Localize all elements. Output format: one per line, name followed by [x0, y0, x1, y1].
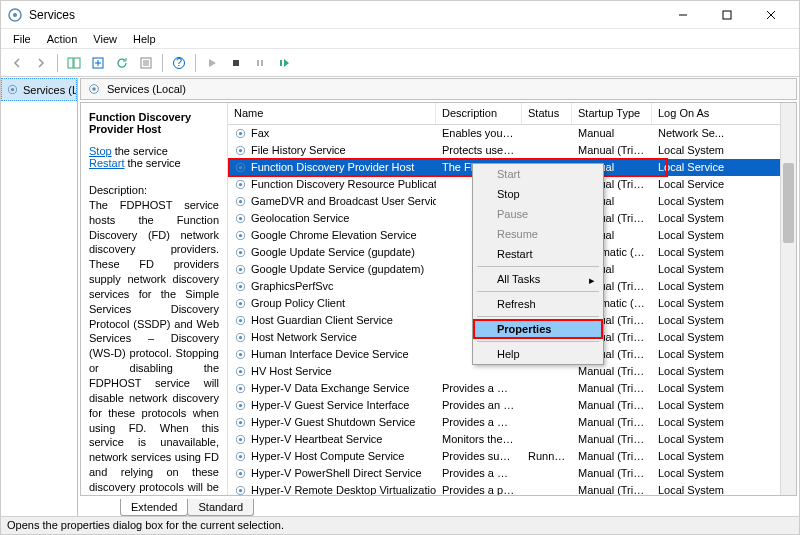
- service-description: Provides a platf...: [436, 482, 522, 495]
- tab-extended[interactable]: Extended: [120, 499, 188, 516]
- refresh-button[interactable]: [111, 52, 133, 74]
- service-description: Provides a mec...: [436, 465, 522, 482]
- ctx-start[interactable]: Start: [473, 164, 603, 184]
- ctx-refresh[interactable]: Refresh: [473, 294, 603, 314]
- service-logon: Local System: [652, 210, 796, 227]
- back-button[interactable]: [6, 52, 28, 74]
- menu-action[interactable]: Action: [39, 31, 86, 47]
- show-hide-tree-button[interactable]: [63, 52, 85, 74]
- svg-rect-7: [74, 58, 80, 68]
- service-description: Provides an int...: [436, 397, 522, 414]
- service-logon: Local System: [652, 142, 796, 159]
- col-header-description[interactable]: Description: [436, 103, 522, 124]
- ctx-pause[interactable]: Pause: [473, 204, 603, 224]
- table-row[interactable]: FaxEnables you to ...ManualNetwork Se...: [228, 125, 796, 142]
- svg-point-50: [239, 336, 242, 339]
- service-logon: Local System: [652, 346, 796, 363]
- col-header-name[interactable]: Name: [228, 103, 436, 124]
- ctx-resume[interactable]: Resume: [473, 224, 603, 244]
- service-status: Running: [522, 448, 572, 465]
- gear-icon: [234, 484, 247, 495]
- service-status: [522, 380, 572, 397]
- tree-node-services-local[interactable]: Services (Local: [1, 78, 77, 101]
- gear-icon: [234, 314, 247, 327]
- service-startup: Manual (Trigg...: [572, 414, 652, 431]
- col-header-logon[interactable]: Log On As: [652, 103, 796, 124]
- service-logon: Local System: [652, 448, 796, 465]
- description-label: Description:: [89, 183, 219, 198]
- toolbar-separator: [195, 54, 196, 72]
- help-button[interactable]: ?: [168, 52, 190, 74]
- pause-service-button[interactable]: [249, 52, 271, 74]
- minimize-button[interactable]: [661, 1, 705, 29]
- svg-point-44: [239, 285, 242, 288]
- stop-service-link[interactable]: Stop: [89, 145, 112, 157]
- gear-icon: [234, 348, 247, 361]
- col-header-startup[interactable]: Startup Type: [572, 103, 652, 124]
- stop-service-button[interactable]: [225, 52, 247, 74]
- svg-rect-6: [68, 58, 73, 68]
- service-name: HV Host Service: [251, 363, 332, 380]
- svg-rect-3: [723, 11, 731, 19]
- table-row[interactable]: Hyper-V Remote Desktop Virtualization Se…: [228, 482, 796, 495]
- svg-point-36: [239, 217, 242, 220]
- svg-point-22: [11, 88, 14, 91]
- gear-icon: [234, 161, 247, 174]
- table-row[interactable]: Hyper-V Guest Service InterfaceProvides …: [228, 397, 796, 414]
- ctx-help[interactable]: Help: [473, 344, 603, 364]
- toolbar-separator: [162, 54, 163, 72]
- table-row[interactable]: Hyper-V PowerShell Direct ServiceProvide…: [228, 465, 796, 482]
- svg-point-28: [239, 149, 242, 152]
- col-header-status[interactable]: Status: [522, 103, 572, 124]
- table-row[interactable]: File History ServiceProtects user fil...…: [228, 142, 796, 159]
- services-app-icon: [7, 7, 23, 23]
- service-name: Host Guardian Client Service: [251, 312, 393, 329]
- service-description: Protects user fil...: [436, 142, 522, 159]
- scrollbar-thumb[interactable]: [783, 163, 794, 243]
- svg-point-34: [239, 200, 242, 203]
- ctx-restart[interactable]: Restart: [473, 244, 603, 264]
- menu-view[interactable]: View: [85, 31, 125, 47]
- table-row[interactable]: HV Host ServiceManual (Trigg...Local Sys…: [228, 363, 796, 380]
- start-service-button[interactable]: [201, 52, 223, 74]
- export-button[interactable]: [87, 52, 109, 74]
- service-status: [522, 482, 572, 495]
- service-status: [522, 397, 572, 414]
- ctx-properties[interactable]: Properties: [473, 319, 603, 339]
- table-row[interactable]: Hyper-V Data Exchange ServiceProvides a …: [228, 380, 796, 397]
- service-logon: Local System: [652, 465, 796, 482]
- svg-text:?: ?: [176, 56, 182, 68]
- ctx-stop[interactable]: Stop: [473, 184, 603, 204]
- close-button[interactable]: [749, 1, 793, 29]
- restart-service-button[interactable]: [273, 52, 295, 74]
- vertical-scrollbar[interactable]: [780, 103, 796, 495]
- menu-bar: File Action View Help: [1, 29, 799, 49]
- tab-standard[interactable]: Standard: [187, 499, 254, 516]
- service-logon: Local System: [652, 363, 796, 380]
- maximize-button[interactable]: [705, 1, 749, 29]
- svg-point-24: [92, 87, 96, 91]
- table-row[interactable]: Hyper-V Guest Shutdown ServiceProvides a…: [228, 414, 796, 431]
- service-logon: Local System: [652, 312, 796, 329]
- restart-service-link[interactable]: Restart: [89, 157, 124, 169]
- service-status: [522, 465, 572, 482]
- description-text: The FDPHOST service hosts the Function D…: [89, 198, 219, 495]
- ctx-all-tasks[interactable]: All Tasks▸: [473, 269, 603, 289]
- table-row[interactable]: Hyper-V Host Compute ServiceProvides sup…: [228, 448, 796, 465]
- properties-button[interactable]: [135, 52, 157, 74]
- service-status: [522, 414, 572, 431]
- svg-point-30: [239, 166, 242, 169]
- table-row[interactable]: Hyper-V Heartbeat ServiceMonitors the st…: [228, 431, 796, 448]
- service-name: Host Network Service: [251, 329, 357, 346]
- menu-file[interactable]: File: [5, 31, 39, 47]
- gear-icon: [234, 450, 247, 463]
- ctx-separator: [477, 266, 599, 267]
- service-logon: Local System: [652, 295, 796, 312]
- service-name: Function Discovery Resource Publication: [251, 176, 436, 193]
- service-list: Name Description Status Startup Type Log…: [227, 103, 796, 495]
- gear-icon: [234, 331, 247, 344]
- service-name: File History Service: [251, 142, 346, 159]
- forward-button[interactable]: [30, 52, 52, 74]
- svg-point-46: [239, 302, 242, 305]
- menu-help[interactable]: Help: [125, 31, 164, 47]
